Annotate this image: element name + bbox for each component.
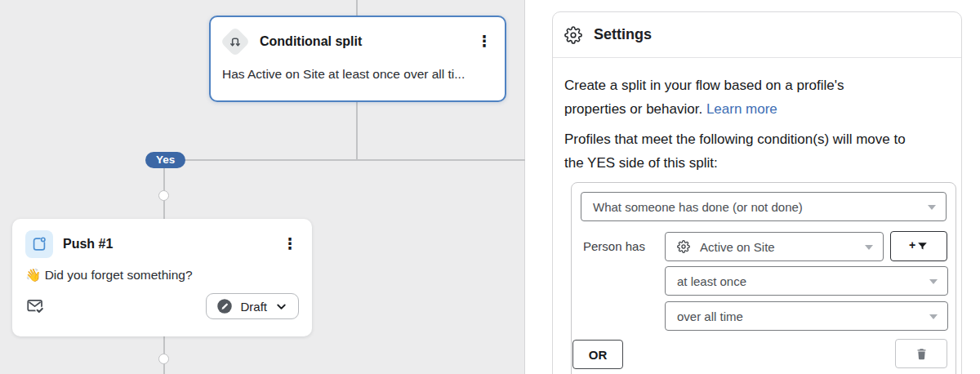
chevron-down-icon (929, 279, 938, 284)
condition-type-dropdown[interactable]: What someone has done (or not done) (581, 192, 947, 221)
person-has-label: Person has (583, 232, 645, 261)
settings-panel: Settings Create a split in your flow bas… (552, 11, 962, 374)
mobile-push-icon (25, 230, 53, 258)
flow-canvas[interactable]: Conditional split Has Active on Site at … (0, 0, 525, 374)
condition-builder-box: What someone has done (or not done) Pers… (571, 182, 956, 374)
node-title: Conditional split (260, 34, 362, 49)
funnel-filter-icon (916, 240, 929, 252)
condition-summary: Has Active on Site at least once over al… (220, 67, 493, 82)
frequency-dropdown[interactable]: at least once (665, 266, 948, 296)
envelope-check-icon (25, 296, 47, 317)
push-message-preview: 👋 Did you forget something? (25, 268, 299, 283)
node-title: Push #1 (63, 237, 113, 252)
connector-line (163, 160, 165, 219)
connector-dot[interactable] (158, 190, 169, 201)
conditional-split-node[interactable]: Conditional split Has Active on Site at … (209, 16, 506, 102)
yes-branch-badge: Yes (145, 152, 185, 168)
condition-intro: Profiles that meet the following conditi… (564, 127, 906, 175)
kebab-menu-icon[interactable] (281, 236, 299, 252)
split-description: Create a split in your flow based on a p… (564, 73, 844, 121)
connector-line (356, 101, 358, 160)
connector-line (356, 0, 358, 16)
chevron-down-icon (274, 300, 288, 314)
connector-line (163, 159, 525, 161)
status-label: Draft (240, 300, 267, 314)
settings-panel-header: Settings (553, 12, 961, 58)
learn-more-link[interactable]: Learn more (706, 101, 777, 117)
chevron-down-icon (929, 314, 938, 319)
metric-dropdown[interactable]: Active on Site (665, 232, 884, 261)
connector-dot[interactable] (158, 354, 169, 364)
push-node[interactable]: Push #1 👋 Did you forget something? (12, 219, 312, 336)
flow-builder-screen: Conditional split Has Active on Site at … (0, 0, 980, 374)
chevron-down-icon (865, 245, 873, 250)
panel-title: Settings (594, 26, 652, 43)
status-dropdown-button[interactable]: Draft (206, 293, 299, 319)
draft-status-icon (216, 298, 233, 314)
delete-condition-button[interactable] (895, 339, 947, 368)
gear-icon (564, 26, 582, 44)
trash-icon (915, 347, 929, 361)
chevron-down-icon (928, 205, 936, 210)
gear-icon (677, 240, 690, 253)
add-filter-button[interactable]: + (890, 231, 947, 261)
or-condition-button[interactable]: OR (572, 340, 623, 369)
conditional-split-icon (220, 27, 250, 56)
timeframe-dropdown[interactable]: over all time (665, 301, 948, 331)
kebab-menu-icon[interactable] (475, 33, 493, 50)
